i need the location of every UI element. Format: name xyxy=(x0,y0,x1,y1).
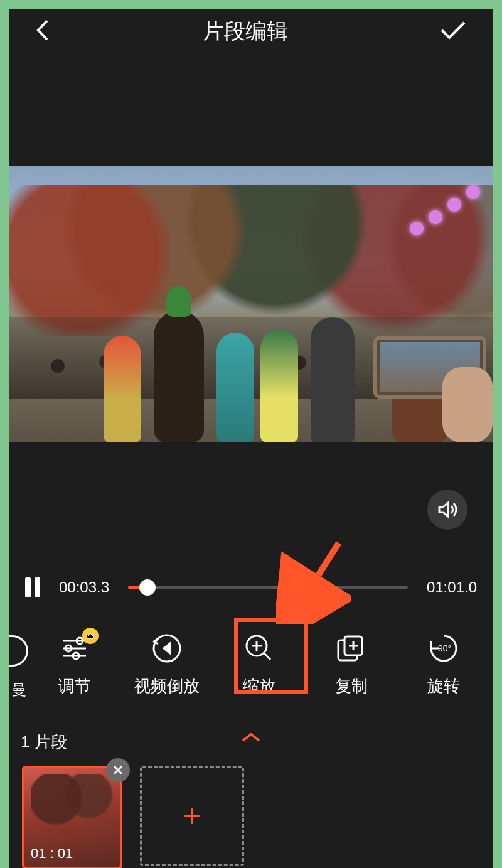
premium-badge-icon xyxy=(82,628,99,644)
tool-label: 调节 xyxy=(58,675,91,697)
remove-segment-button[interactable] xyxy=(106,758,130,782)
seek-thumb[interactable] xyxy=(139,579,156,596)
zoom-in-icon xyxy=(243,631,275,665)
tool-copy[interactable]: 复制 xyxy=(305,621,397,707)
add-segment-button[interactable]: + xyxy=(140,766,244,866)
preview-lights xyxy=(373,179,486,235)
pause-button[interactable] xyxy=(25,577,40,597)
segment-thumb[interactable]: 01 : 01 xyxy=(22,766,122,868)
segment-duration: 01 : 01 xyxy=(31,845,73,862)
edit-toolbar: 曼 调节 视频倒放 xyxy=(9,621,493,707)
app-screen: 片段编辑 00: xyxy=(9,9,493,868)
playback-bar: 00:03.3 01:01.0 xyxy=(9,577,493,597)
rotate-icon: 90° xyxy=(427,631,460,665)
volume-button[interactable] xyxy=(427,490,467,530)
reverse-icon xyxy=(151,631,183,665)
page-title: 片段编辑 xyxy=(203,17,288,46)
back-button[interactable] xyxy=(35,18,52,45)
sliders-icon xyxy=(60,631,90,665)
toolbar-partial-label: 曼 xyxy=(12,680,26,700)
tool-label: 缩放 xyxy=(243,675,275,697)
tool-label: 视频倒放 xyxy=(134,675,200,697)
segment-count-label: 1 片段 xyxy=(21,731,67,753)
tool-reverse[interactable]: 视频倒放 xyxy=(120,621,213,707)
unknown-icon xyxy=(9,635,28,667)
tool-label: 旋转 xyxy=(427,675,460,697)
svg-text:90°: 90° xyxy=(438,643,451,653)
toolbar-partial-left[interactable]: 曼 xyxy=(9,621,28,707)
tool-rotate[interactable]: 90° 旋转 xyxy=(397,621,489,707)
preview-character xyxy=(104,336,141,442)
copy-icon xyxy=(336,631,367,665)
seek-track[interactable] xyxy=(128,586,408,589)
tool-adjust[interactable]: 调节 xyxy=(28,621,120,707)
confirm-button[interactable] xyxy=(439,19,467,44)
preview-character xyxy=(216,333,254,442)
header: 片段编辑 xyxy=(9,9,493,53)
plus-icon: + xyxy=(183,797,201,835)
total-time: 01:01.0 xyxy=(427,579,477,596)
preview-character-goofy xyxy=(154,311,204,442)
preview-character xyxy=(311,317,355,442)
preview-hand-phone xyxy=(361,336,493,430)
current-time: 00:03.3 xyxy=(59,579,109,596)
thumb-preview xyxy=(31,774,114,842)
preview-character xyxy=(260,330,298,442)
tool-zoom[interactable]: 缩放 xyxy=(213,621,305,707)
tool-label: 复制 xyxy=(335,675,368,697)
collapse-caret-icon[interactable] xyxy=(240,731,262,746)
segment-thumbs: 01 : 01 + xyxy=(22,766,244,868)
video-preview[interactable] xyxy=(9,166,493,442)
